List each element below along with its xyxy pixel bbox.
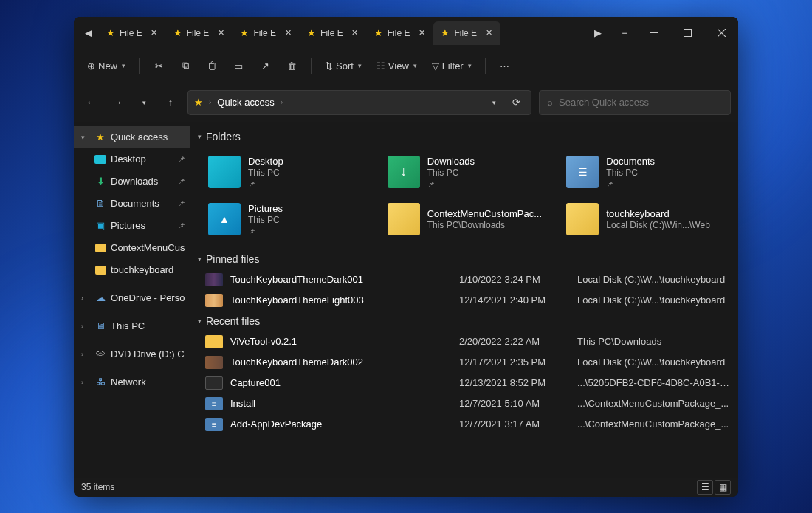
recent-locations-button[interactable]: ▾ xyxy=(134,91,154,114)
sidebar-label: Pictures xyxy=(111,220,173,231)
sidebar-pictures[interactable]: ▣ Pictures 📌︎ xyxy=(74,215,190,237)
chevron-down-icon: ▾ xyxy=(122,62,125,69)
folder-icon xyxy=(388,203,420,235)
folder-name: Downloads xyxy=(427,156,475,167)
back-button[interactable]: ← xyxy=(81,91,100,114)
new-button[interactable]: ⊕ New ▾ xyxy=(81,54,131,78)
close-tab-button[interactable]: ✕ xyxy=(416,27,427,39)
forward-button[interactable]: → xyxy=(108,91,127,114)
cut-button[interactable]: ✂ xyxy=(147,54,171,78)
delete-button[interactable]: 🗑︎ xyxy=(280,54,303,78)
close-window-button[interactable] xyxy=(704,17,738,49)
more-button[interactable]: ⋯ xyxy=(493,54,517,78)
pictures-icon: ▣ xyxy=(94,220,106,232)
maximize-button[interactable] xyxy=(670,17,704,49)
details-view-button[interactable]: ☰ xyxy=(697,480,713,495)
close-tab-button[interactable]: ✕ xyxy=(215,27,227,39)
folder-icon xyxy=(95,244,106,252)
sidebar-touchkeyboard-folder[interactable]: touchkeyboard xyxy=(74,259,190,281)
sidebar-quick-access[interactable]: ▾ ★ Quick access xyxy=(74,126,190,148)
star-icon: ★ xyxy=(106,27,115,38)
paste-button[interactable]: 📋︎ xyxy=(200,54,224,78)
chevron-down-icon: ▾ xyxy=(468,62,472,69)
chevron-right-icon: › xyxy=(81,323,90,330)
tab[interactable]: ★ File E ✕ xyxy=(433,21,500,45)
group-folders-header[interactable]: ▾ Folders xyxy=(195,126,737,147)
sidebar-label: Documents xyxy=(111,198,173,209)
sidebar-onedrive[interactable]: › ☁ OneDrive - Personal xyxy=(74,287,190,309)
group-pinned-header[interactable]: ▾ Pinned files xyxy=(195,249,737,269)
tab[interactable]: ★ File E ✕ xyxy=(166,21,233,45)
file-row[interactable]: TouchKeyboardThemeLight003 12/14/2021 2:… xyxy=(205,290,737,311)
up-button[interactable]: ↑ xyxy=(161,91,180,114)
folder-item[interactable]: ContextMenuCustomPac... This PC\Download… xyxy=(385,197,558,241)
address-bar[interactable]: ★ › Quick access › ▾ ⟳ xyxy=(187,90,531,115)
sidebar-dvd-drive[interactable]: › 💿︎ DVD Drive (D:) CCCO xyxy=(74,343,190,365)
file-row[interactable]: ViVeTool-v0.2.1 2/20/2022 2:22 AM This P… xyxy=(205,331,737,352)
chevron-right-icon: › xyxy=(81,379,90,386)
sidebar-this-pc[interactable]: › 🖥︎ This PC xyxy=(74,315,190,337)
file-row[interactable]: Add-AppDevPackage 12/7/2021 3:17 AM ...\… xyxy=(205,414,737,435)
view-button[interactable]: ☷ View ▾ xyxy=(371,54,423,78)
file-row[interactable]: Capture001 12/13/2021 8:52 PM ...\5205DF… xyxy=(205,373,737,393)
pin-icon: 📌︎ xyxy=(178,155,185,163)
tab[interactable]: ★ File E ✕ xyxy=(99,21,166,45)
copy-button[interactable]: ⧉ xyxy=(173,54,197,78)
tab[interactable]: ★ File E ✕ xyxy=(300,21,367,45)
file-location: Local Disk (C:)\W...\touchkeyboard xyxy=(577,274,729,285)
sidebar-label: Network xyxy=(111,376,185,388)
group-recent-header[interactable]: ▾ Recent files xyxy=(195,311,737,331)
sidebar-contextmenu-folder[interactable]: ContextMenuCust xyxy=(74,237,190,259)
search-icon: ⌕ xyxy=(547,97,553,108)
folder-item[interactable]: touchkeyboard Local Disk (C:)\Win...\Web xyxy=(563,197,737,241)
breadcrumb-quick-access[interactable]: Quick access xyxy=(217,97,274,108)
chevron-right-icon: › xyxy=(81,295,90,302)
folder-item[interactable]: Pictures This PC 📌︎ xyxy=(205,197,379,241)
rename-button[interactable]: ▭ xyxy=(227,54,250,78)
sidebar-network[interactable]: › 🖧︎ Network xyxy=(74,371,190,393)
file-location: Local Disk (C:)\W...\touchkeyboard xyxy=(577,357,729,368)
scissors-icon: ✂ xyxy=(155,61,163,72)
folder-item[interactable]: Desktop This PC 📌︎ xyxy=(205,150,379,194)
folder-name: Pictures xyxy=(248,203,283,214)
sidebar-downloads[interactable]: ⬇ Downloads 📌︎ xyxy=(74,171,190,193)
file-row[interactable]: TouchKeyboardThemeDark002 12/17/2021 2:3… xyxy=(205,352,737,373)
view-label: View xyxy=(388,61,409,72)
file-row[interactable]: TouchKeyboardThemeDark001 1/10/2022 3:24… xyxy=(205,269,737,290)
tab[interactable]: ★ File E ✕ xyxy=(233,21,300,45)
search-input[interactable] xyxy=(559,97,723,108)
tab-scroll-left[interactable]: ◀ xyxy=(78,21,99,45)
folder-location: This PC xyxy=(606,168,655,178)
navigation-pane: ▾ ★ Quick access Desktop 📌︎ ⬇ Downloads … xyxy=(74,122,190,478)
large-icons-view-button[interactable]: ▦ xyxy=(715,480,731,495)
search-box[interactable]: ⌕ xyxy=(539,90,731,115)
tab[interactable]: ★ File E ✕ xyxy=(367,21,434,45)
close-tab-button[interactable]: ✕ xyxy=(349,27,361,39)
file-date: 12/7/2021 3:17 AM xyxy=(459,419,570,430)
address-dropdown[interactable]: ▾ xyxy=(485,94,503,111)
file-row[interactable]: Install 12/7/2021 5:10 AM ...\ContextMen… xyxy=(205,393,737,414)
file-thumbnail xyxy=(205,273,223,286)
sidebar-documents[interactable]: 🗎︎ Documents 📌︎ xyxy=(74,193,190,215)
minimize-button[interactable] xyxy=(636,17,670,49)
share-button[interactable]: ↗ xyxy=(253,54,277,78)
file-name: TouchKeyboardThemeDark002 xyxy=(230,357,452,368)
close-tab-button[interactable]: ✕ xyxy=(148,27,160,39)
folder-icon xyxy=(208,156,241,188)
folder-icon xyxy=(566,203,599,235)
refresh-button[interactable]: ⟳ xyxy=(507,94,525,111)
tab-scroll-right[interactable]: ▶ xyxy=(588,21,608,45)
folder-item[interactable]: Downloads This PC 📌︎ xyxy=(385,150,558,194)
folder-item[interactable]: Documents This PC 📌︎ xyxy=(563,150,737,194)
sidebar-desktop[interactable]: Desktop 📌︎ xyxy=(74,148,190,171)
close-tab-button[interactable]: ✕ xyxy=(282,27,294,39)
new-tab-button[interactable]: ＋ xyxy=(613,21,636,45)
chevron-down-icon: ▾ xyxy=(198,317,202,325)
filter-button[interactable]: ▽ Filter ▾ xyxy=(426,54,478,78)
sidebar-label: Desktop xyxy=(111,154,173,165)
close-tab-button[interactable]: ✕ xyxy=(483,27,495,39)
new-label: New xyxy=(98,61,117,72)
file-date: 12/17/2021 2:35 PM xyxy=(459,357,570,368)
sort-button[interactable]: ⇅ Sort ▾ xyxy=(319,54,368,78)
folder-icon xyxy=(388,156,420,188)
